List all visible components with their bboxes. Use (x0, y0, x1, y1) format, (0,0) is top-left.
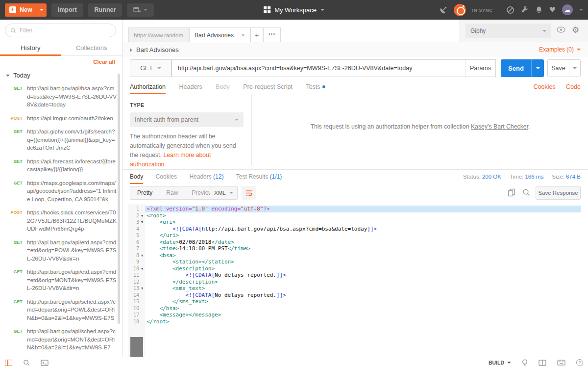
keyboard-shortcuts-icon[interactable] (557, 360, 565, 366)
environment-preview-eye-icon[interactable] (556, 26, 566, 33)
build-mode-select[interactable]: BUILD (489, 360, 511, 366)
code-line: 4 <![CDATA[http://api.bart.gov/api/bsa.a… (128, 226, 581, 233)
import-button[interactable]: Import (51, 3, 83, 17)
tab-headers[interactable]: Headers (179, 79, 202, 94)
save-button[interactable]: Save (547, 59, 581, 77)
history-url: http://api.bart.gov/api/sched.aspx?cmd=d… (27, 327, 117, 352)
fold-toggle-icon[interactable]: ▼ (139, 265, 145, 272)
response-tab-headers[interactable]: Headers (12) (189, 170, 223, 184)
history-group-today[interactable]: Today (6, 72, 30, 79)
tab-body[interactable]: Body (216, 79, 230, 94)
collection-link[interactable]: Kasey's Bart Checker (471, 123, 528, 130)
bell-icon[interactable] (535, 6, 543, 14)
search-response-icon[interactable] (522, 188, 530, 196)
history-url: http://api.bart.gov/api/etd.aspx?cmd=etd… (27, 238, 117, 263)
tab-authorization[interactable]: Authorization (130, 79, 166, 94)
sync-status-icon[interactable] (454, 4, 466, 16)
code-link[interactable]: Code (566, 83, 581, 90)
list-item[interactable]: GEThttp://api.bart.gov/api/sched.aspx?cm… (0, 298, 117, 322)
size-badge[interactable]: Size:674 B (552, 174, 581, 180)
two-pane-layout-icon[interactable] (539, 360, 546, 366)
params-button[interactable]: Params (465, 60, 495, 77)
response-tab-test-results[interactable]: Test Results (1/1) (236, 170, 282, 184)
view-pretty[interactable]: Pretty (130, 189, 159, 196)
avatar-caret-icon[interactable] (579, 9, 583, 11)
new-button-caret[interactable] (37, 3, 47, 17)
lightbulb-icon[interactable] (522, 359, 528, 367)
help-icon[interactable]: ? (576, 359, 583, 366)
request-editor-tabs: Authorization Headers Body Pre-request S… (122, 79, 588, 95)
list-item[interactable]: GEThttp://api.bart.gov/api/etd.aspx?cmd=… (0, 268, 117, 292)
tab-history[interactable]: History (0, 41, 61, 55)
wrench-icon[interactable] (521, 6, 529, 14)
fold-toggle-icon[interactable]: ▼ (139, 219, 145, 226)
save-response-button[interactable]: Save Response (536, 186, 581, 200)
filter-input[interactable] (20, 27, 111, 34)
request-tab-inactive[interactable]: https://www.random.org/cg (128, 27, 189, 43)
new-button[interactable]: + New (5, 3, 47, 17)
tab-options-button[interactable]: ••• (263, 27, 281, 43)
authorization-panel: TYPE Inherit auth from parent The author… (122, 95, 588, 169)
cookies-link[interactable]: Cookies (533, 83, 555, 90)
interceptor-satellite-icon[interactable] (439, 6, 447, 14)
code-line: 10▼ <description> (128, 265, 581, 272)
explore-icon[interactable] (506, 6, 514, 14)
tab-tests[interactable]: Tests (306, 79, 325, 94)
environment-select[interactable]: Giphy (466, 24, 551, 38)
response-body-editor[interactable]: 1<?xml version="1.0" encoding="utf-8"?>2… (128, 204, 581, 357)
close-icon[interactable]: × (241, 31, 245, 39)
auth-helper-note: This request is using an authorization h… (311, 123, 530, 130)
fold-toggle-icon[interactable]: ▼ (139, 212, 145, 219)
code-line: 9 <station></station> (128, 259, 581, 265)
list-item[interactable]: GEThttps://maps.googleapis.com/maps/api/… (0, 179, 117, 204)
avatar[interactable]: ☁ (562, 4, 573, 15)
auth-type-select[interactable]: Inherit auth from parent (130, 112, 244, 127)
workspace-switcher[interactable]: My Workspace (264, 6, 324, 14)
request-title[interactable]: Bart Advisories (130, 46, 179, 53)
fold-toggle-icon[interactable]: ▼ (139, 252, 145, 259)
status-badge[interactable]: Status:200 OK (463, 174, 501, 180)
send-options-caret[interactable] (531, 59, 544, 77)
request-tab-active[interactable]: Bart Advisories × (189, 27, 250, 43)
clear-all-link[interactable]: Clear all (93, 59, 115, 65)
time-badge[interactable]: Time:166 ms (510, 174, 543, 180)
fold-toggle-icon[interactable]: ▼ (139, 285, 145, 292)
list-item[interactable]: GEThttp://api.bart.gov/api/bsa.aspx?cmd=… (0, 84, 117, 109)
method-badge: GET (6, 268, 23, 292)
code-line: 6 <date>02/08/2018</date> (128, 239, 581, 246)
settings-gear-icon[interactable]: ⚙ (572, 25, 579, 35)
view-raw[interactable]: Raw (159, 189, 185, 196)
examples-dropdown[interactable]: Examples (0) (539, 46, 581, 53)
wrap-text-button[interactable] (242, 186, 256, 200)
tab-pre-request-script[interactable]: Pre-request Script (243, 79, 293, 94)
list-item[interactable]: POSThttps://api.imgur.com/oauth2/token (0, 114, 117, 123)
fold-spacer (139, 292, 145, 299)
heart-icon[interactable]: ♥ (549, 6, 556, 14)
list-item[interactable]: GEThttp://api.bart.gov/api/sched.aspx?cm… (0, 327, 117, 352)
format-select[interactable]: XML (210, 186, 238, 200)
console-button[interactable] (41, 360, 49, 366)
method-select[interactable]: GET (130, 59, 172, 77)
editor-scrollbar-thumb[interactable] (130, 337, 143, 357)
line-number: 11 (128, 272, 139, 279)
list-item[interactable]: POSThttps://hooks.slack.com/services/T02… (0, 209, 117, 233)
filter-box[interactable] (5, 24, 116, 37)
list-item[interactable]: GEThttp://api.giphy.com/v1/gifs/search?q… (0, 128, 117, 152)
copy-icon[interactable] (508, 188, 515, 197)
line-number: 18 (128, 318, 139, 325)
tab-collections[interactable]: Collections (61, 41, 122, 55)
url-input[interactable] (172, 60, 465, 77)
add-tab-button[interactable]: + (250, 27, 263, 43)
save-options-caret[interactable] (569, 60, 580, 77)
response-tab-body[interactable]: Body (130, 170, 143, 184)
footer-search-button[interactable] (23, 359, 30, 366)
list-item[interactable]: GEThttps://api.forecast.io/forecast/{{fo… (0, 158, 117, 174)
toggle-sidebar-button[interactable] (5, 360, 12, 366)
new-window-button[interactable] (127, 3, 154, 17)
list-item[interactable]: GEThttp://api.bart.gov/api/etd.aspx?cmd=… (0, 238, 117, 263)
runner-button[interactable]: Runner (88, 3, 122, 17)
send-button[interactable]: Send (501, 59, 544, 77)
sync-status-text: IN SYNC (472, 7, 493, 13)
response-tab-cookies[interactable]: Cookies (156, 170, 177, 184)
sidebar-scrollbar[interactable] (118, 74, 120, 324)
